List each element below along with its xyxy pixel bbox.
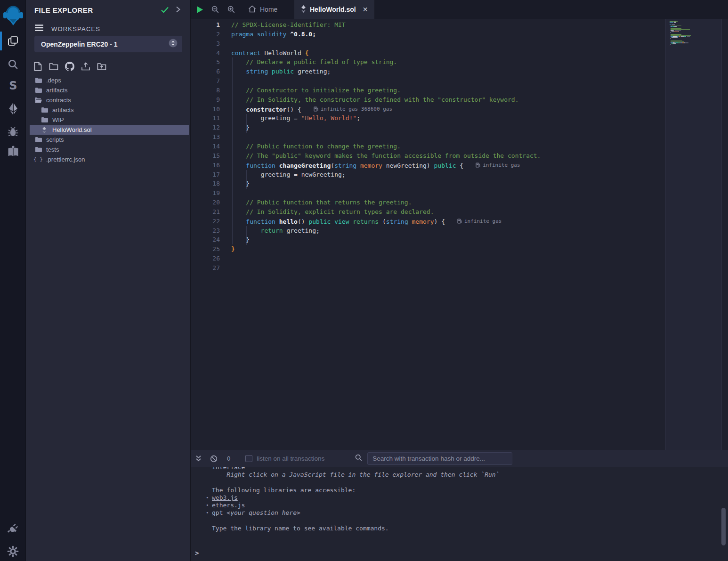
upload-file-icon[interactable] — [80, 60, 92, 73]
folder-icon — [40, 107, 48, 113]
code-line[interactable]: 9 // In Solidity, the constructor is def… — [191, 95, 665, 105]
github-icon[interactable] — [64, 60, 76, 73]
debugger-icon[interactable] — [0, 124, 26, 138]
workspace-selected-value: OpenZeppelin ERC20 - 1 — [41, 41, 169, 48]
gas-estimate-badge[interactable]: infinite gas — [476, 161, 520, 170]
solidity-compiler-icon[interactable]: S — [0, 79, 26, 93]
line-number: 27 — [191, 263, 220, 273]
block-transactions-icon[interactable] — [210, 455, 218, 463]
collapse-double-chevron-icon[interactable] — [195, 455, 202, 462]
line-content — [220, 254, 231, 263]
code-line[interactable]: 23 return greeting; — [191, 226, 665, 236]
terminal-line: gpt <your question here> — [212, 509, 718, 517]
code-line[interactable]: 17 greeting = newGreeting; — [191, 170, 665, 179]
code-line[interactable]: 16 function changeGreeting(string memory… — [191, 161, 665, 170]
code-line[interactable]: 20 // Public function that returns the g… — [191, 198, 665, 207]
tree-item-tests[interactable]: tests — [26, 145, 191, 154]
search-icon — [355, 454, 363, 463]
line-content — [220, 263, 231, 273]
code-line[interactable]: 18 } — [191, 179, 665, 188]
code-line[interactable]: 15 // The "public" keyword makes the fun… — [191, 151, 665, 161]
zoom-in-icon[interactable] — [227, 5, 235, 14]
zoom-out-icon[interactable] — [211, 5, 219, 14]
new-folder-icon[interactable] — [48, 60, 60, 73]
tree-item-contracts[interactable]: contracts — [26, 95, 191, 105]
code-editor[interactable]: 1// SPDX-License-Identifier: MIT2pragma … — [191, 19, 728, 450]
library-link[interactable]: web3.js — [212, 494, 238, 501]
line-number: 25 — [191, 244, 220, 254]
gas-estimate-label: infinite gas — [464, 217, 502, 226]
code-line[interactable]: 25} — [191, 244, 665, 254]
code-line[interactable]: 8 // Constructor to initialize the greet… — [191, 86, 665, 95]
tree-item-wip[interactable]: WIP — [26, 115, 191, 125]
code-line[interactable]: 6 string public greeting; — [191, 67, 665, 76]
tree-item--deps[interactable]: .deps — [26, 75, 191, 85]
code-lines[interactable]: 1// SPDX-License-Identifier: MIT2pragma … — [191, 19, 665, 273]
upload-folder-icon[interactable] — [96, 60, 108, 73]
line-content: } — [220, 123, 250, 132]
terminal-panel: 0 listen on all transactions interface -… — [191, 450, 728, 561]
search-icon[interactable] — [0, 57, 26, 71]
code-line[interactable]: 19 — [191, 188, 665, 198]
line-number: 6 — [191, 67, 220, 76]
code-line[interactable]: 3 — [191, 39, 665, 49]
minimap[interactable] — [670, 21, 719, 49]
code-line[interactable]: 4contract HelloWorld { — [191, 49, 665, 58]
code-line[interactable]: 2pragma solidity ^0.8.0; — [191, 30, 665, 39]
code-line[interactable]: 21 // In Solidity, explicit return types… — [191, 207, 665, 217]
new-file-icon[interactable] — [32, 60, 44, 73]
terminal-line — [212, 517, 718, 524]
gas-estimate-badge[interactable]: infinite gas 368600 gas — [314, 105, 392, 114]
line-number: 9 — [191, 95, 220, 105]
line-content: // Declare a public field of type string… — [220, 57, 397, 67]
code-line[interactable]: 27 — [191, 263, 665, 273]
tree-item-helloworld-sol[interactable]: HelloWorld.sol — [30, 125, 189, 135]
explorer-toolbar — [32, 60, 108, 73]
chevron-right-icon[interactable] — [175, 6, 181, 15]
tree-item-artifacts[interactable]: artifacts — [26, 85, 191, 95]
code-line[interactable]: 13 — [191, 132, 665, 142]
folder-icon — [34, 146, 42, 153]
file-explorer-icon[interactable] — [0, 34, 26, 48]
tree-item-scripts[interactable]: scripts — [26, 135, 191, 145]
run-script-icon[interactable] — [196, 6, 203, 14]
tab-home[interactable]: Home — [242, 0, 284, 19]
editor-scrollbar-track[interactable] — [723, 19, 728, 450]
tab-helloworld-sol[interactable]: HelloWorld.sol ✕ — [294, 0, 374, 19]
library-link[interactable]: ethers.js — [212, 502, 245, 509]
code-line[interactable]: 10 constructor() {infinite gas 368600 ga… — [191, 105, 665, 114]
gas-estimate-badge[interactable]: infinite gas — [457, 217, 502, 226]
transaction-search-input[interactable] — [367, 452, 512, 465]
hamburger-menu-icon[interactable] — [34, 24, 44, 33]
settings-gear-icon[interactable] — [0, 544, 26, 559]
code-line[interactable]: 24 } — [191, 235, 665, 244]
terminal-output[interactable]: interface - Right click on a JavaScript … — [191, 467, 718, 545]
learneth-icon[interactable] — [0, 144, 26, 159]
sort-toggle-icon — [169, 39, 178, 49]
tree-item--prettierrc-json[interactable]: { }.prettierrc.json — [26, 154, 191, 164]
tree-item-artifacts[interactable]: artifacts — [26, 105, 191, 115]
code-line[interactable]: 1// SPDX-License-Identifier: MIT — [191, 20, 665, 30]
panel-header: FILE EXPLORER — [26, 0, 191, 21]
code-line[interactable]: 14 // Public function to change the gree… — [191, 142, 665, 151]
terminal-prompt[interactable]: > — [195, 549, 199, 557]
terminal-scrollbar-thumb[interactable] — [721, 508, 726, 545]
listen-all-transactions-checkbox[interactable] — [245, 455, 252, 462]
close-tab-icon[interactable]: ✕ — [363, 6, 368, 13]
remix-ide-window: S — [0, 0, 728, 561]
code-line[interactable]: 26 — [191, 254, 665, 263]
code-line[interactable]: 11 greeting = "Hello, World!"; — [191, 114, 665, 123]
tree-item-label: HelloWorld.sol — [52, 126, 92, 133]
line-number: 18 — [191, 179, 220, 188]
code-line[interactable]: 12 } — [191, 123, 665, 132]
pending-tx-count: 0 — [227, 455, 230, 462]
remix-logo-icon[interactable] — [0, 4, 26, 27]
terminal-line: The following libraries are accessible: — [212, 487, 718, 494]
code-line[interactable]: 5 // Declare a public field of type stri… — [191, 57, 665, 67]
workspace-dropdown[interactable]: OpenZeppelin ERC20 - 1 — [34, 36, 182, 52]
plugin-manager-icon[interactable] — [0, 520, 26, 536]
code-line[interactable]: 22 function hello() public view returns … — [191, 217, 665, 226]
code-line[interactable]: 7 — [191, 76, 665, 86]
deploy-run-icon[interactable] — [0, 102, 26, 116]
activity-bar: S — [0, 0, 26, 561]
